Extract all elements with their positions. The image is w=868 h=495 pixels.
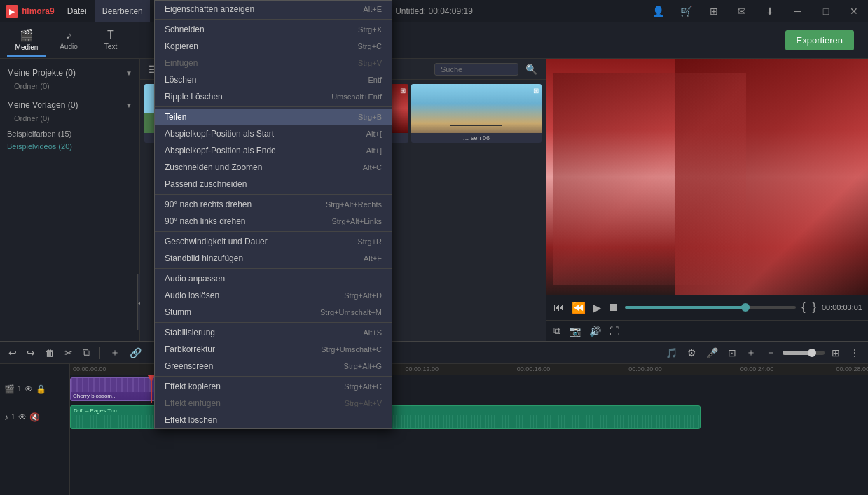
audio-track-num: 1 — [11, 413, 15, 421]
ctx-drehen-links-label: 90° nach links drehen — [165, 216, 246, 226]
add-track-btn[interactable]: ＋ — [107, 345, 123, 361]
volume-icon[interactable]: 🔊 — [588, 324, 602, 338]
minimize-btn[interactable]: ─ — [784, 0, 812, 22]
sidebar-vorlagen-ordner[interactable]: Ordner (0) — [7, 112, 132, 125]
ctx-effekt-löschen-label: Effekt löschen — [165, 415, 217, 425]
ctx-standbild[interactable]: Standbild hinzufügen Alt+F — [155, 250, 392, 267]
stop-btn[interactable]: ⏹ — [607, 300, 621, 315]
ctx-passend[interactable]: Passend zuschneiden — [155, 176, 392, 193]
ctx-abspiel-end-shortcut: Alt+] — [366, 146, 382, 155]
media-thumb-3[interactable]: ⊞ … sen 06 — [411, 84, 542, 143]
fit-btn[interactable]: ⊞ — [829, 346, 843, 360]
ctx-passend-label: Passend zuschneiden — [165, 179, 247, 189]
ctx-kopieren[interactable]: Kopieren Strg+C — [155, 38, 392, 55]
download-btn[interactable]: ⬇ — [756, 0, 784, 22]
pip-icon[interactable]: ⧉ — [552, 323, 562, 338]
user-btn[interactable]: 👤 — [644, 0, 672, 22]
ctx-abspiel-start[interactable]: Abspielkopf-Position als Start Alt+[ — [155, 125, 392, 142]
minus-btn[interactable]: － — [763, 345, 778, 361]
redo-btn[interactable]: ↪ — [24, 346, 38, 360]
eye-icon[interactable]: 👁 — [25, 384, 33, 394]
play-btn[interactable]: ▶ — [591, 300, 602, 316]
delete-btn[interactable]: 🗑 — [42, 346, 57, 360]
ctx-drehen-links-shortcut: Strg+Alt+Links — [331, 217, 382, 225]
audio-mute-icon[interactable]: 🔇 — [29, 412, 40, 422]
layout-btn[interactable]: ⊞ — [700, 0, 728, 22]
nav-tabs: 🎬 Medien ♪ Audio T Text — [7, 25, 130, 57]
tab-text[interactable]: T Text — [91, 25, 130, 57]
ctx-stabilisierung-shortcut: Alt+S — [363, 328, 382, 337]
copy-btn[interactable]: ⧉ — [80, 345, 92, 360]
sidebar-projekte-header[interactable]: Meine Projekte (0) ▼ — [7, 66, 132, 80]
mail-btn[interactable]: ✉ — [728, 0, 756, 22]
ctx-löschen[interactable]: Löschen Entf — [155, 71, 392, 88]
video-track-num: 1 — [18, 385, 22, 393]
more-btn[interactable]: ⋮ — [847, 346, 862, 360]
ctx-ripple[interactable]: Ripple Löschen Umschalt+Entf — [155, 88, 392, 105]
ctx-schneiden[interactable]: Schneiden Strg+X — [155, 21, 392, 38]
ctx-audio-anpassen[interactable]: Audio anpassen — [155, 270, 392, 287]
preview-video — [546, 59, 868, 295]
close-btn[interactable]: ✕ — [840, 0, 868, 22]
ctx-sep-7 — [155, 376, 392, 377]
search-input[interactable] — [434, 63, 518, 76]
voice-btn[interactable]: 🎤 — [703, 346, 721, 360]
motion-btn[interactable]: ⚙ — [684, 346, 699, 360]
audio-eye-icon[interactable]: 👁 — [18, 412, 27, 422]
menu-datei[interactable]: Datei — [60, 0, 94, 22]
undo-btn[interactable]: ↩ — [6, 346, 20, 360]
maximize-btn[interactable]: □ — [812, 0, 840, 22]
export-button[interactable]: Exportieren — [785, 30, 854, 50]
projekte-arrow: ▼ — [125, 69, 132, 77]
grid-icon-3: ⊞ — [533, 87, 539, 95]
cut-btn[interactable]: ✂ — [62, 346, 76, 360]
ctx-zuschneiden[interactable]: Zuschneiden und Zoomen Alt+C — [155, 159, 392, 176]
camera-icon[interactable]: 📷 — [567, 324, 582, 338]
sidebar-projekte-ordner[interactable]: Ordner (0) — [7, 80, 132, 92]
fullscreen-icon[interactable]: ⛶ — [608, 324, 621, 338]
ctx-farbkorrektur[interactable]: Farbkorrektur Strg+Umschalt+C — [155, 341, 392, 358]
tab-medien[interactable]: 🎬 Medien — [7, 25, 46, 57]
tab-audio[interactable]: ♪ Audio — [49, 25, 88, 57]
medien-icon: 🎬 — [20, 29, 34, 42]
sidebar-vorlagen-header[interactable]: Meine Vorlagen (0) ▼ — [7, 98, 132, 112]
loop-right-icon[interactable]: } — [811, 300, 818, 315]
ctx-abspiel-end-label: Abspielkopf-Position als Ende — [165, 146, 276, 155]
ctx-drehen-rechts-shortcut: Strg+Alt+Rechts — [326, 200, 382, 209]
ctx-effekt-kopieren[interactable]: Effekt kopieren Strg+Alt+C — [155, 378, 392, 395]
ctx-eigenschaften[interactable]: Eigenschaften anzeigen Alt+E — [155, 1, 392, 18]
ctx-drehen-rechts[interactable]: 90° nach rechts drehen Strg+Alt+Rechts — [155, 196, 392, 213]
sidebar-beispielfarben[interactable]: Beispielfarben (15) — [0, 127, 139, 140]
add-btn[interactable]: ＋ — [743, 345, 759, 361]
ctx-audio-loslösen[interactable]: Audio loslösen Strg+Alt+D — [155, 287, 392, 304]
cart-btn[interactable]: 🛒 — [672, 0, 700, 22]
link-btn[interactable]: 🔗 — [127, 346, 144, 360]
ctx-audio-loslösen-label: Audio loslösen — [165, 291, 219, 300]
play-back-btn[interactable]: ⏪ — [570, 300, 587, 316]
ctx-drehen-links[interactable]: 90° nach links drehen Strg+Alt+Links — [155, 213, 392, 230]
lock-icon[interactable]: 🔒 — [36, 384, 46, 394]
loop-left-icon[interactable]: { — [800, 300, 806, 315]
ctx-stabilisierung[interactable]: Stabilisierung Alt+S — [155, 324, 392, 341]
ruler-5: 00:00:20:00 — [628, 365, 662, 372]
ctx-greenscreen[interactable]: Greenscreen Strg+Alt+G — [155, 358, 392, 375]
ctx-farbkorrektur-shortcut: Strg+Umschalt+C — [321, 345, 382, 354]
preview-progress-bar[interactable] — [625, 306, 796, 309]
ctx-effekt-löschen[interactable]: Effekt löschen — [155, 412, 392, 428]
ctx-geschwindigkeit[interactable]: Geschwindigkeit und Dauer Strg+R — [155, 233, 392, 250]
menu-bearbeiten[interactable]: Bearbeiten — [95, 0, 150, 22]
ctx-abspiel-end[interactable]: Abspielkopf-Position als Ende Alt+] — [155, 142, 392, 159]
sidebar-section-projekte: Meine Projekte (0) ▼ Ordner (0) — [0, 63, 139, 95]
timeline-body: 🎬 1 👁 🔒 ♪ 1 👁 🔇 00:00:00:00 00:00:04:00 … — [0, 364, 868, 495]
search-icon[interactable]: 🔍 — [523, 62, 540, 76]
zoom-out-btn[interactable]: 🎵 — [663, 346, 680, 360]
skip-back-btn[interactable]: ⏮ — [552, 300, 566, 315]
sidebar-beispielvideos[interactable]: Beispielvideos (20) — [0, 140, 139, 153]
pip2-btn[interactable]: ⊡ — [725, 346, 739, 360]
ctx-audio-anpassen-label: Audio anpassen — [165, 274, 225, 284]
audio-track-icon: ♪ — [4, 412, 8, 422]
ctx-teilen[interactable]: Teilen Strg+B — [155, 109, 392, 125]
ctx-stumm[interactable]: Stumm Strg+Umschalt+M — [155, 304, 392, 321]
toolbar: 🎬 Medien ♪ Audio T Text Exportieren — [0, 22, 868, 59]
playhead[interactable] — [151, 375, 152, 403]
